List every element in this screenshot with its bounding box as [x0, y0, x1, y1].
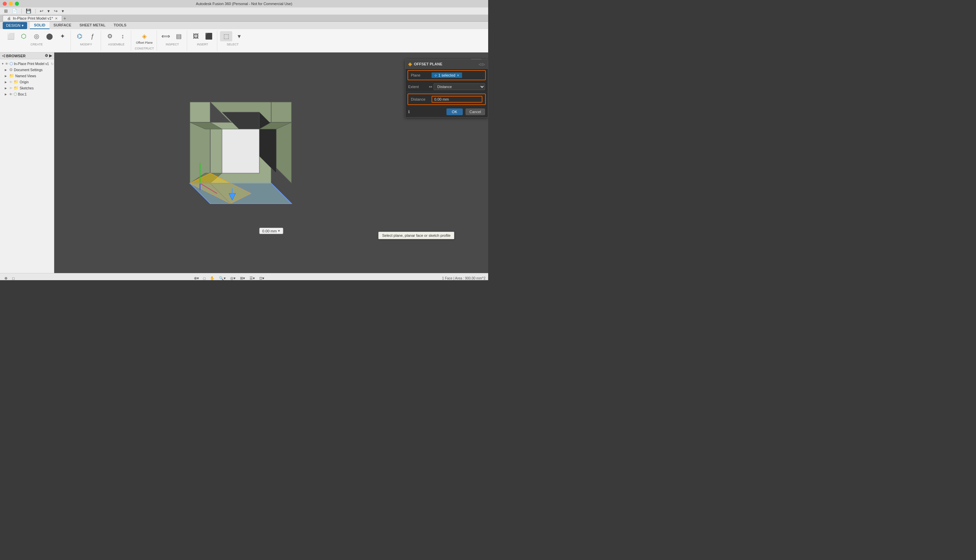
- offset-panel-title-group: ◈ OFFSET PLANE: [408, 61, 443, 67]
- distance-bubble-dropdown[interactable]: ▾: [278, 229, 280, 233]
- joint-icon: ⚙: [106, 32, 114, 40]
- tab-close-icon[interactable]: ✕: [55, 17, 58, 20]
- canvas-icon: 🖼: [192, 32, 200, 40]
- browser-settings-icon[interactable]: ⚙: [45, 53, 48, 58]
- minimize-button[interactable]: [9, 2, 13, 6]
- parameters-button[interactable]: ƒ: [87, 31, 99, 41]
- select-button[interactable]: ⬚: [220, 31, 232, 41]
- design-label: DESIGN: [6, 23, 20, 27]
- assemble-more-button[interactable]: ↕: [117, 31, 129, 41]
- doc-settings-icon: ⚙: [9, 67, 13, 72]
- refresh-icon[interactable]: ↻: [51, 62, 53, 66]
- offset-plane-button[interactable]: ◈ Offset Plane: [134, 31, 155, 45]
- expand-arrow-named-views[interactable]: ▶: [5, 75, 8, 78]
- tab-solid[interactable]: SOLID: [30, 22, 50, 29]
- offset-plane-panel: ◈ OFFSET PLANE ◁ ▷ Plane ⊹ 1 selected: [405, 59, 488, 118]
- plane-selected-badge[interactable]: ⊹ 1 selected ✕: [431, 72, 462, 78]
- panel-left-arrow[interactable]: ◁: [479, 62, 481, 66]
- new-tab-button[interactable]: +: [64, 16, 66, 21]
- distance-input[interactable]: [431, 96, 482, 103]
- cancel-button[interactable]: Cancel: [465, 108, 485, 115]
- visibility-eye-box[interactable]: 👁: [9, 92, 13, 96]
- joint-button[interactable]: ⚙: [104, 31, 116, 41]
- extrude-button[interactable]: ⬡: [18, 31, 30, 41]
- expand-arrow-root[interactable]: ▼: [2, 62, 4, 65]
- distance-value-group: [431, 96, 482, 103]
- offset-panel-title-text: OFFSET PLANE: [414, 62, 443, 66]
- maximize-button[interactable]: [15, 2, 19, 6]
- tree-item-box[interactable]: ▶ 👁 ⬡ Box:1: [0, 91, 54, 97]
- orbit-button[interactable]: ⊕▾: [192, 275, 201, 280]
- capture-button[interactable]: □: [10, 275, 16, 280]
- window-controls[interactable]: [3, 2, 19, 6]
- display-mode-button[interactable]: ⊞▾: [238, 275, 247, 280]
- visibility-eye-sketches[interactable]: 👁: [9, 87, 13, 90]
- grid-button[interactable]: ☰▾: [248, 275, 257, 280]
- tab-surface[interactable]: SURFACE: [50, 22, 75, 29]
- viewport[interactable]: FRONT ◈ OFFSET PLANE ◁ ▷ Plane: [54, 53, 488, 273]
- new-component-icon: ⬜: [7, 32, 15, 40]
- offset-plane-header-icon: ◈: [408, 61, 412, 67]
- tooltip: Select plane, planar face or sketch prof…: [378, 232, 454, 239]
- tab-tools[interactable]: TOOLS: [110, 22, 130, 29]
- revolve-button[interactable]: ◎: [30, 31, 43, 41]
- pan-button[interactable]: ✋: [208, 275, 216, 280]
- insert-more-button[interactable]: ⬛: [203, 31, 215, 41]
- save-button[interactable]: 💾: [24, 8, 33, 14]
- tree-item-origin[interactable]: ▶ 👁 📁 Origin: [0, 79, 54, 85]
- measure-button[interactable]: ⟺: [160, 31, 172, 41]
- info-button[interactable]: ℹ: [408, 110, 410, 114]
- tab-sheet-metal[interactable]: SHEET METAL: [75, 22, 110, 29]
- close-button[interactable]: [3, 2, 7, 6]
- insert-more-icon: ⬛: [205, 32, 213, 40]
- named-views-folder-icon: 📁: [9, 73, 14, 78]
- environment-button[interactable]: ⊡▾: [257, 275, 266, 280]
- expand-arrow-sketches[interactable]: ▶: [5, 87, 8, 90]
- canvas-button[interactable]: 🖼: [190, 31, 202, 41]
- file-menu-button[interactable]: 📄: [10, 8, 18, 14]
- pattern-button[interactable]: ✦: [56, 31, 69, 41]
- ok-button[interactable]: OK: [446, 108, 463, 115]
- extent-select[interactable]: Distance: [434, 83, 485, 90]
- press-pull-button[interactable]: ⌬: [74, 31, 86, 41]
- redo-button[interactable]: ↪: [53, 8, 59, 14]
- expand-arrow-box[interactable]: ▶: [5, 93, 8, 96]
- svg-marker-7: [190, 102, 210, 122]
- redo-arrow[interactable]: ▾: [60, 8, 65, 14]
- sphere-button[interactable]: ⬤: [43, 31, 55, 41]
- plane-clear-button[interactable]: ✕: [457, 73, 460, 77]
- panel-right-arrow[interactable]: ▷: [482, 62, 485, 66]
- origin-folder-icon: 📁: [13, 80, 18, 84]
- tree-item-document-settings[interactable]: ▶ ⚙ Document Settings: [0, 67, 54, 73]
- new-component-button[interactable]: ⬜: [5, 31, 17, 41]
- plane-row: Plane ⊹ 1 selected ✕: [408, 71, 485, 80]
- insert-label: INSERT: [197, 43, 208, 46]
- app-menu-button[interactable]: ⊞: [3, 8, 9, 14]
- svg-rect-5: [222, 129, 259, 173]
- expand-arrow-doc-settings[interactable]: ▶: [5, 68, 8, 72]
- tree-item-root[interactable]: ▼ 👁 ⬡ In-Place Print Model v1 ↻: [0, 61, 54, 67]
- select-more-button[interactable]: ▾: [233, 31, 245, 41]
- browser-collapse-icon[interactable]: ◁: [2, 53, 5, 58]
- ribbon-group-create: ⬜ ⬡ ◎ ⬤ ✦ CREATE: [3, 30, 71, 51]
- fit-button[interactable]: ◎▾: [229, 275, 237, 280]
- document-tab[interactable]: 🖨 In-Place Print Model v1* ✕: [3, 15, 62, 21]
- inspect-more-button[interactable]: ▤: [172, 31, 185, 41]
- tree-item-named-views[interactable]: ▶ 📁 Named Views: [0, 73, 54, 79]
- plane-row-value: ⊹ 1 selected ✕: [431, 72, 482, 78]
- visibility-eye-root[interactable]: 👁: [5, 62, 8, 66]
- tree-item-sketches[interactable]: ▶ 👁 📁 Sketches: [0, 85, 54, 91]
- zoom-button[interactable]: 🔍▾: [217, 275, 227, 280]
- expand-arrow-origin[interactable]: ▶: [5, 81, 8, 84]
- browser-expand-icon[interactable]: ▶: [49, 53, 52, 58]
- design-dropdown-button[interactable]: DESIGN ▾: [3, 22, 27, 29]
- visibility-eye-origin[interactable]: 👁: [9, 80, 13, 84]
- select-icon: ⬚: [222, 32, 230, 40]
- undo-arrow[interactable]: ▾: [46, 8, 51, 14]
- plane-selected-text: 1 selected: [438, 73, 455, 77]
- undo-button[interactable]: ↩: [38, 8, 45, 14]
- panel-action-buttons: OK Cancel: [446, 108, 485, 115]
- look-at-button[interactable]: □: [202, 275, 207, 280]
- plane-row-label: Plane: [411, 73, 430, 77]
- view-mode-button[interactable]: ⊕: [3, 275, 9, 280]
